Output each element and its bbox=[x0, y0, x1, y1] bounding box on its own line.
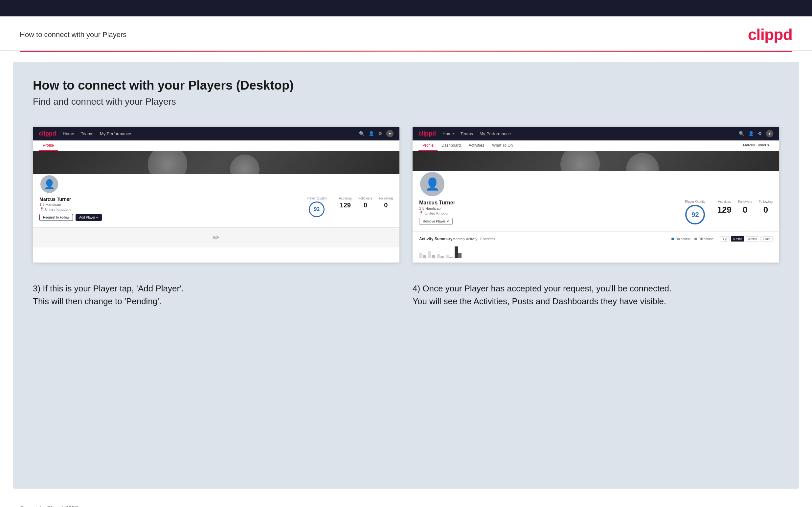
profile-stats-row-left: Marcus Turner 1-5 Handicap 📍 United King… bbox=[39, 196, 393, 221]
chart-bar-2b bbox=[432, 255, 435, 258]
user-icon-left[interactable]: 👤 bbox=[368, 131, 374, 136]
screenshot-bottom-left: ✏ bbox=[33, 227, 399, 247]
off-course-dot bbox=[695, 238, 697, 240]
pq-circle-left: 92 bbox=[309, 202, 324, 217]
search-icon-left[interactable]: 🔍 bbox=[359, 131, 365, 136]
mini-nav-icons-right: 🔍 👤 ⚙ ▼ bbox=[739, 130, 773, 137]
add-player-button[interactable]: Add Player + bbox=[75, 214, 102, 221]
period-3mths[interactable]: 3 mths bbox=[746, 236, 759, 241]
period-6mths[interactable]: 6 mths bbox=[731, 236, 744, 241]
mini-navbar-right: clippd Home Teams My Performance 🔍 👤 ⚙ ▼ bbox=[413, 127, 779, 140]
remove-player-x-icon: ✕ bbox=[446, 220, 449, 223]
on-course-dot bbox=[671, 238, 674, 240]
tab-profile-left[interactable]: Profile bbox=[39, 140, 58, 151]
chart-bar-3a bbox=[437, 254, 440, 258]
activity-header: Activity Summary Monthly Activity · 6 Mo… bbox=[419, 236, 773, 241]
top-bar bbox=[0, 0, 812, 16]
captions-row: 3) If this is your Player tap, 'Add Play… bbox=[33, 282, 779, 308]
screenshot-panel-right: clippd Home Teams My Performance 🔍 👤 ⚙ ▼… bbox=[413, 127, 779, 263]
period-1yr[interactable]: 1 yr bbox=[720, 236, 729, 241]
mini-nav-performance-right[interactable]: My Performance bbox=[479, 131, 511, 136]
profile-buttons-right: Remove Player ✕ bbox=[419, 218, 678, 225]
main-subtitle: Find and connect with your Players bbox=[33, 97, 779, 107]
pq-circle-right: 92 bbox=[685, 205, 705, 224]
stat-following-left: Following 0 bbox=[379, 196, 393, 209]
chart-bar-1a bbox=[419, 253, 422, 258]
legend-on-course: On course bbox=[671, 237, 691, 241]
clippd-logo: clippd bbox=[748, 25, 792, 44]
activity-period: Monthly Activity · 6 Months bbox=[452, 237, 495, 241]
mini-navbar-left: clippd Home Teams My Performance 🔍 👤 ⚙ ▼ bbox=[33, 127, 399, 140]
stats-block-right: Player Quality 92 Activities 129 Followe… bbox=[685, 200, 773, 224]
search-icon-right[interactable]: 🔍 bbox=[739, 131, 744, 136]
main-content: How to connect with your Players (Deskto… bbox=[13, 62, 799, 489]
tab-profile-right[interactable]: Profile bbox=[418, 140, 438, 151]
location-pin-icon-right: 📍 bbox=[419, 211, 424, 215]
player-handicap-left: 1-5 Handicap bbox=[39, 203, 300, 207]
page-footer: Copyright Clippd 2022 bbox=[0, 499, 812, 507]
activity-summary: Activity Summary Monthly Activity · 6 Mo… bbox=[413, 231, 779, 263]
settings-icon-left[interactable]: ⚙ bbox=[378, 131, 383, 136]
player-location-left: 📍 United Kingdom bbox=[39, 207, 300, 211]
chart-bar-2a bbox=[428, 251, 431, 258]
avatar-left[interactable]: ▼ bbox=[386, 130, 394, 137]
tab-user-right[interactable]: Marcus Turner ▾ bbox=[739, 140, 773, 151]
profile-info-left: 👤 Marcus Turner 1-5 Handicap 📍 United Ki… bbox=[33, 174, 399, 227]
chart-bar-group-2 bbox=[428, 251, 435, 258]
stat-activities-left: Activities 129 bbox=[339, 196, 352, 209]
request-follow-button[interactable]: Request to Follow bbox=[39, 214, 73, 221]
off-course-label: Off course bbox=[698, 237, 713, 241]
settings-icon-right[interactable]: ⚙ bbox=[758, 131, 762, 136]
mini-nav-performance-left[interactable]: My Performance bbox=[100, 131, 131, 136]
screenshots-row: clippd Home Teams My Performance 🔍 👤 ⚙ ▼… bbox=[33, 127, 779, 263]
activity-title: Activity Summary bbox=[419, 237, 452, 241]
stat-activities-right: Activities 129 bbox=[717, 200, 731, 215]
stat-following-right: Following 0 bbox=[759, 200, 773, 215]
mini-nav-icons-left: 🔍 👤 ⚙ ▼ bbox=[359, 130, 394, 137]
profile-info-right: 👤 Marcus Turner 1-5 Handicap 📍 United Ki… bbox=[413, 171, 779, 231]
accent-line bbox=[20, 51, 792, 52]
activity-legend: On course Off course bbox=[671, 237, 713, 241]
player-name-right: Marcus Turner bbox=[419, 200, 678, 206]
mini-tabs-right: Profile Dashboard Activities What To On … bbox=[413, 140, 779, 151]
remove-player-label: Remove Player bbox=[423, 220, 445, 223]
avatar-person-icon-right: 👤 bbox=[425, 177, 440, 191]
mini-tabs-left: Profile bbox=[33, 140, 399, 151]
pencil-icon-left: ✏ bbox=[213, 233, 219, 242]
user-icon-right[interactable]: 👤 bbox=[748, 131, 754, 136]
mini-nav-teams-left[interactable]: Teams bbox=[81, 131, 93, 136]
mini-nav-home-left[interactable]: Home bbox=[63, 131, 74, 136]
mini-chart bbox=[419, 245, 773, 258]
pq-label-right: Player Quality bbox=[685, 200, 705, 204]
profile-name-section-left: Marcus Turner 1-5 Handicap 📍 United King… bbox=[39, 196, 300, 221]
screenshot-panel-left: clippd Home Teams My Performance 🔍 👤 ⚙ ▼… bbox=[33, 127, 399, 263]
period-1mth[interactable]: 1 mth bbox=[760, 236, 773, 241]
avatar-right[interactable]: ▼ bbox=[766, 130, 773, 137]
location-pin-icon-left: 📍 bbox=[39, 207, 44, 211]
page-header-title: How to connect with your Players bbox=[20, 31, 126, 39]
legend-off-course: Off course bbox=[695, 237, 713, 241]
mini-nav-teams-right[interactable]: Teams bbox=[461, 131, 473, 136]
chart-bar-1b bbox=[423, 255, 426, 258]
chart-bar-5a bbox=[455, 246, 458, 258]
avatar-icon-right: ▼ bbox=[768, 132, 771, 135]
chart-bar-group-5 bbox=[455, 246, 461, 258]
on-course-label: On course bbox=[675, 237, 691, 241]
chart-bar-4b bbox=[449, 257, 453, 258]
remove-player-button[interactable]: Remove Player ✕ bbox=[419, 218, 453, 225]
stats-block-left: Player Quality 92 Activities 129 Followe… bbox=[306, 196, 393, 217]
mini-logo-right: clippd bbox=[418, 130, 436, 137]
caption-right-text: 4) Once your Player has accepted your re… bbox=[413, 284, 671, 306]
caption-right: 4) Once your Player has accepted your re… bbox=[413, 282, 779, 308]
tab-activities-right[interactable]: Activities bbox=[465, 140, 488, 151]
footer-text: Copyright Clippd 2022 bbox=[20, 505, 78, 507]
mini-nav-home-right[interactable]: Home bbox=[443, 131, 454, 136]
player-avatar-left: 👤 bbox=[39, 174, 59, 194]
main-title: How to connect with your Players (Deskto… bbox=[33, 78, 779, 93]
chart-bar-group-1 bbox=[419, 253, 426, 258]
tab-whattoon-right[interactable]: What To On bbox=[488, 140, 517, 151]
profile-stats-row-right: Marcus Turner 1-5 Handicap 📍 United King… bbox=[419, 200, 773, 225]
pq-container-right: Player Quality 92 bbox=[685, 200, 705, 224]
tab-dashboard-right[interactable]: Dashboard bbox=[438, 140, 465, 151]
player-handicap-right: 1-5 Handicap bbox=[419, 207, 678, 210]
